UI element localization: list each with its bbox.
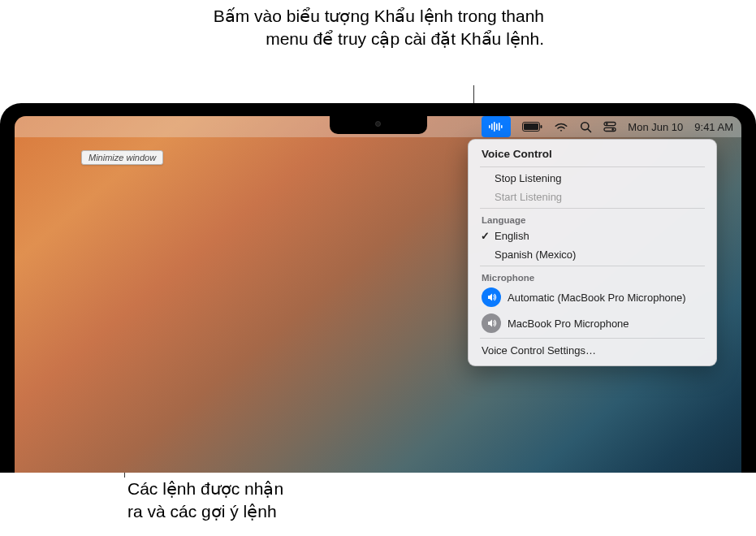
microphone-automatic-label: Automatic (MacBook Pro Microphone) — [508, 292, 686, 304]
svg-rect-5 — [501, 125, 503, 128]
stop-listening-item[interactable]: Stop Listening — [473, 169, 711, 188]
svg-rect-1 — [491, 123, 493, 130]
callout-bottom-text: Các lệnh được nhận ra và các gợi ý lệnh — [127, 478, 283, 524]
language-english-item[interactable]: English — [473, 227, 711, 245]
laptop-frame: Mon Jun 10 9:41 AM Minimize window Voice… — [0, 103, 756, 473]
svg-point-14 — [612, 128, 615, 131]
callout-bottom-line2: ra và các gợi ý lệnh — [127, 500, 283, 523]
svg-rect-3 — [496, 123, 498, 130]
svg-rect-2 — [494, 122, 495, 132]
voice-command-tooltip: Minimize window — [81, 150, 163, 165]
speaker-icon — [482, 313, 501, 333]
control-center-menubar-icon[interactable] — [603, 116, 616, 137]
microphone-macbook-item[interactable]: MacBook Pro Microphone — [473, 310, 711, 336]
battery-menubar-icon[interactable] — [522, 116, 542, 137]
wifi-icon — [554, 122, 568, 132]
search-icon — [580, 121, 592, 133]
divider — [480, 208, 705, 209]
voice-control-menubar-icon[interactable] — [482, 116, 511, 137]
svg-rect-7 — [524, 123, 538, 130]
divider — [480, 338, 705, 339]
dropdown-title: Voice Control — [473, 145, 711, 165]
start-listening-item: Start Listening — [473, 188, 711, 206]
callout-top-text: Bấm vào biểu tượng Khẩu lệnh trong thanh… — [171, 5, 544, 51]
control-center-icon — [603, 121, 616, 132]
display-notch — [330, 116, 427, 134]
svg-rect-4 — [499, 123, 500, 131]
microphone-section-header: Microphone — [473, 268, 711, 284]
divider — [480, 166, 705, 167]
battery-icon — [522, 122, 542, 132]
svg-rect-0 — [489, 125, 490, 128]
spotlight-menubar-icon[interactable] — [580, 116, 592, 137]
speaker-selected-icon — [482, 287, 501, 307]
callout-bottom-line1: Các lệnh được nhận — [127, 478, 283, 500]
menubar-date[interactable]: Mon Jun 10 — [628, 116, 683, 137]
voice-control-settings-item[interactable]: Voice Control Settings… — [473, 340, 711, 361]
svg-line-10 — [588, 129, 591, 132]
microphone-automatic-item[interactable]: Automatic (MacBook Pro Microphone) — [473, 284, 711, 310]
menubar-time[interactable]: 9:41 AM — [694, 116, 733, 137]
wifi-menubar-icon[interactable] — [554, 116, 568, 137]
voice-control-dropdown: Voice Control Stop Listening Start Liste… — [468, 139, 717, 366]
language-spanish-item[interactable]: Spanish (Mexico) — [473, 245, 711, 264]
microphone-macbook-label: MacBook Pro Microphone — [508, 318, 629, 330]
voice-waveform-icon — [488, 121, 504, 132]
camera-dot — [375, 121, 381, 127]
divider — [480, 266, 705, 266]
language-section-header: Language — [473, 210, 711, 227]
svg-rect-8 — [541, 125, 542, 128]
desktop-screen: Mon Jun 10 9:41 AM Minimize window Voice… — [15, 116, 741, 473]
svg-point-12 — [606, 123, 608, 125]
